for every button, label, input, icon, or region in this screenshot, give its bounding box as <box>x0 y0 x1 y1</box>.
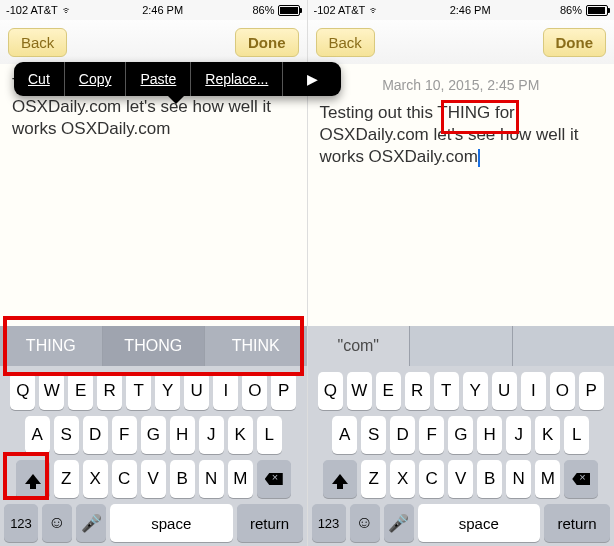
space-key[interactable]: space <box>418 504 541 542</box>
dictation-key[interactable]: 🎤 <box>384 504 414 542</box>
key-h[interactable]: H <box>170 416 195 454</box>
battery-pct: 86% <box>252 4 274 16</box>
key-v[interactable]: V <box>141 460 166 498</box>
suggestion-2[interactable]: THONG <box>103 326 206 366</box>
key-v[interactable]: V <box>448 460 473 498</box>
key-p[interactable]: P <box>271 372 296 410</box>
suggestion-1[interactable]: "com" <box>308 326 411 366</box>
emoji-key[interactable]: ☺ <box>42 504 72 542</box>
shift-key[interactable] <box>16 460 50 498</box>
done-button[interactable]: Done <box>543 28 607 57</box>
key-u[interactable]: U <box>492 372 517 410</box>
changed-word: THING <box>437 103 490 122</box>
copy-menuitem[interactable]: Copy <box>65 62 127 96</box>
key-x[interactable]: X <box>83 460 108 498</box>
key-l[interactable]: L <box>257 416 282 454</box>
key-q[interactable]: Q <box>318 372 343 410</box>
done-button[interactable]: Done <box>235 28 299 57</box>
note-body[interactable]: March 10, 2015, 2:45 PM Testing out this… <box>308 64 615 326</box>
key-w[interactable]: W <box>347 372 372 410</box>
wifi-icon: ᯤ <box>369 4 380 16</box>
back-button[interactable]: Back <box>316 28 375 57</box>
key-i[interactable]: I <box>213 372 238 410</box>
clock: 2:46 PM <box>450 4 491 16</box>
status-bar: -102 AT&T ᯤ 2:46 PM 86% <box>308 0 615 20</box>
signal-text: -102 AT&T <box>314 4 366 16</box>
key-b[interactable]: B <box>170 460 195 498</box>
key-j[interactable]: J <box>506 416 531 454</box>
key-n[interactable]: N <box>506 460 531 498</box>
key-row-3: Z X C V B N M <box>312 460 611 498</box>
key-k[interactable]: K <box>228 416 253 454</box>
key-o[interactable]: O <box>550 372 575 410</box>
back-button[interactable]: Back <box>8 28 67 57</box>
keyboard: THING THONG THINK Q W E R T Y U I O P A … <box>0 326 307 546</box>
key-a[interactable]: A <box>25 416 50 454</box>
more-menuitem[interactable]: ▶ <box>283 62 341 96</box>
key-c[interactable]: C <box>419 460 444 498</box>
note-timestamp: March 10, 2015, 2:45 PM <box>320 74 603 96</box>
key-m[interactable]: M <box>535 460 560 498</box>
key-m[interactable]: M <box>228 460 253 498</box>
suggestion-2[interactable] <box>410 326 513 366</box>
key-d[interactable]: D <box>83 416 108 454</box>
dictation-key[interactable]: 🎤 <box>76 504 106 542</box>
suggestion-3[interactable]: THINK <box>205 326 307 366</box>
key-c[interactable]: C <box>112 460 137 498</box>
key-l[interactable]: L <box>564 416 589 454</box>
key-b[interactable]: B <box>477 460 502 498</box>
key-s[interactable]: S <box>361 416 386 454</box>
key-x[interactable]: X <box>390 460 415 498</box>
key-d[interactable]: D <box>390 416 415 454</box>
key-r[interactable]: R <box>405 372 430 410</box>
key-s[interactable]: S <box>54 416 79 454</box>
key-y[interactable]: Y <box>155 372 180 410</box>
key-h[interactable]: H <box>477 416 502 454</box>
paste-menuitem[interactable]: Paste <box>126 62 191 96</box>
key-z[interactable]: Z <box>361 460 386 498</box>
numbers-key[interactable]: 123 <box>4 504 38 542</box>
nav-bar: Back Done <box>0 20 307 65</box>
key-u[interactable]: U <box>184 372 209 410</box>
key-j[interactable]: J <box>199 416 224 454</box>
battery-icon <box>278 5 300 16</box>
key-o[interactable]: O <box>242 372 267 410</box>
backspace-key[interactable] <box>257 460 291 498</box>
return-key[interactable]: return <box>544 504 610 542</box>
key-z[interactable]: Z <box>54 460 79 498</box>
key-row-2: A S D F G H J K L <box>312 416 611 454</box>
battery-icon <box>586 5 608 16</box>
key-y[interactable]: Y <box>463 372 488 410</box>
key-e[interactable]: E <box>68 372 93 410</box>
key-r[interactable]: R <box>97 372 122 410</box>
backspace-key[interactable] <box>564 460 598 498</box>
key-i[interactable]: I <box>521 372 546 410</box>
key-f[interactable]: F <box>112 416 137 454</box>
key-k[interactable]: K <box>535 416 560 454</box>
cut-menuitem[interactable]: Cut <box>14 62 65 96</box>
shift-icon <box>332 474 348 484</box>
return-key[interactable]: return <box>237 504 303 542</box>
clock: 2:46 PM <box>142 4 183 16</box>
key-g[interactable]: G <box>448 416 473 454</box>
emoji-key[interactable]: ☺ <box>350 504 380 542</box>
key-q[interactable]: Q <box>10 372 35 410</box>
key-w[interactable]: W <box>39 372 64 410</box>
numbers-key[interactable]: 123 <box>312 504 346 542</box>
space-key[interactable]: space <box>110 504 233 542</box>
key-p[interactable]: P <box>579 372 604 410</box>
key-t[interactable]: T <box>434 372 459 410</box>
suggestion-1[interactable]: THING <box>0 326 103 366</box>
key-e[interactable]: E <box>376 372 401 410</box>
replace-menuitem[interactable]: Replace... <box>191 62 283 96</box>
key-g[interactable]: G <box>141 416 166 454</box>
shift-key[interactable] <box>323 460 357 498</box>
key-f[interactable]: F <box>419 416 444 454</box>
key-t[interactable]: T <box>126 372 151 410</box>
note-text-pre: Testing out this <box>320 103 438 122</box>
suggestion-3[interactable] <box>513 326 615 366</box>
status-bar: -102 AT&T ᯤ 2:46 PM 86% <box>0 0 307 20</box>
key-a[interactable]: A <box>332 416 357 454</box>
note-body[interactable]: Testing out this thing for OSXDaily.com … <box>0 64 307 326</box>
key-n[interactable]: N <box>199 460 224 498</box>
